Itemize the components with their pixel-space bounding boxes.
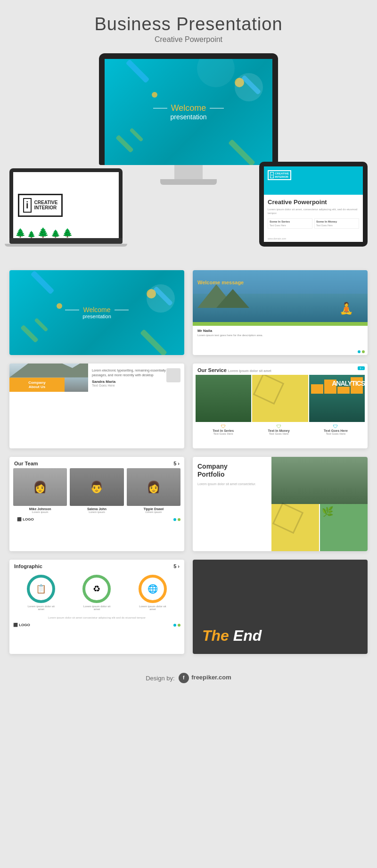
tree-row: 🌲 🌲 🌲 🌲 🌲 xyxy=(13,224,119,238)
service-footer-item-1: 🛡 Text In Series Text Goes Here xyxy=(213,424,234,435)
mr-naila-desc: Lorem ipsum text goes here for the descr… xyxy=(197,334,363,337)
tablet-main-content: Creative Powerpoint Lorem ipsum dolor si… xyxy=(264,195,363,232)
service-heading: Our Service xyxy=(197,367,227,373)
infographic-item-2: ♻ Lorem ipsum dolor sit amet xyxy=(80,575,113,611)
monitor-stand-base xyxy=(160,179,217,185)
service-img-3: ANALYTICS xyxy=(309,375,365,422)
mr-naila: Mr Naila xyxy=(197,329,363,333)
service-footer-item-3: 🛡 Text Goes Here Text Goes Here xyxy=(324,424,348,435)
team-name-3: Tippie Dsawl xyxy=(127,507,180,511)
team-slide-num: 5 › xyxy=(173,461,180,466)
service-header: Our Service Lorem ipsum dolor sit amet xyxy=(193,364,368,375)
service-img-2 xyxy=(252,375,308,422)
slide-dots xyxy=(358,350,365,353)
circle-chart-2: ♻ xyxy=(82,575,111,603)
slide-thumb-infographic: Infographic 5 › 📋 Lorem ipsum dolor sit … xyxy=(9,560,184,654)
tablet-heading: Creative Powerpoint xyxy=(268,198,359,206)
forest-bg xyxy=(271,457,368,504)
footer: Design by: f freepiker.com xyxy=(9,663,368,688)
about-right: Lorem electronic typesetting, remaining … xyxy=(88,364,184,392)
tablet-right: i CREATIVE INTERIOR Creative Powerpoint xyxy=(259,162,368,247)
tablet-slide-content: i CREATIVE INTERIOR Creative Powerpoint xyxy=(264,166,363,242)
infographic-body: Lorem ipsum dolor sit amet consectetur a… xyxy=(9,614,184,621)
monitor-screen: Welcome presentation xyxy=(105,59,272,165)
bar-3 xyxy=(337,387,350,394)
tablet-card-1-title: Some In Series xyxy=(270,220,311,223)
end-text: The End xyxy=(202,627,262,645)
footer-logo: Design by: f freepiker.com xyxy=(146,673,231,683)
msg-welcome-text: Welcome message xyxy=(197,280,244,285)
infographic-dot-2 xyxy=(178,624,180,627)
slide-message-img: Welcome message 🧘 xyxy=(193,270,368,322)
service-footer: 🛡 Text In Series Text Goes Here 🛡 Text I… xyxy=(193,422,368,437)
tablet-card-1-text: Text Goes Here xyxy=(270,224,311,227)
thumb-diag-1 xyxy=(31,271,55,295)
thumb-diag-3 xyxy=(34,318,48,332)
tablet-card-1: Some In Series Text Goes Here xyxy=(268,218,312,229)
infographic-header: Infographic 5 › xyxy=(9,560,184,571)
service-footer-label-3: Text Goes Here xyxy=(324,429,348,432)
portfolio-left: CompanyPortfolio Lorem ipsum dolor sit a… xyxy=(193,457,271,551)
team-dot-2 xyxy=(178,518,180,521)
circle-2 xyxy=(152,92,157,98)
diagonal-5 xyxy=(228,139,255,165)
slide-thumb-end: The End xyxy=(193,560,368,654)
slide-tag-service: 3 › xyxy=(358,366,365,370)
person-icon: 🧘 xyxy=(339,302,353,315)
creative-logo-box: i CREATIVE INTERIOR xyxy=(18,194,63,217)
freepiker-logo: f freepiker.com xyxy=(179,674,231,681)
slide-thumb-about: CompanyAbout Us Lorem electronic typeset… xyxy=(9,364,184,448)
portfolio-bottom-images: 🌿 xyxy=(271,504,368,551)
shield-icon-3: 🛡 xyxy=(324,424,348,429)
portfolio-right: 🌿 xyxy=(271,457,368,551)
slide-thumb-portfolio: CompanyPortfolio Lorem ipsum dolor sit a… xyxy=(193,457,368,551)
slide-thumb-welcome: Welcome presentation xyxy=(9,270,184,355)
logo-i: i xyxy=(23,198,32,213)
person-2-icon: 👨 xyxy=(70,468,123,506)
laptop-frame: i CREATIVE INTERIOR 🌲 🌲 🌲 🌲 xyxy=(9,168,123,238)
welcome-heading: Welcome xyxy=(171,103,206,113)
service-footer-text-3: Text Goes Here xyxy=(324,432,348,435)
laptop-screen: i CREATIVE INTERIOR 🌲 🌲 🌲 🌲 xyxy=(13,172,119,238)
diagonal-3 xyxy=(129,128,143,142)
team-photo-3: 👩 Tippie Dsawl Lorem ipsum xyxy=(127,468,180,513)
portfolio-content: CompanyPortfolio Lorem ipsum dolor sit a… xyxy=(193,457,368,551)
thumb-circ-2 xyxy=(57,303,62,309)
tablet-logo-text: CREATIVE INTERIOR xyxy=(275,172,289,178)
mountain-silhouette xyxy=(9,364,88,378)
team-role-1: Lorem ipsum xyxy=(13,511,67,513)
about-orange-box: CompanyAbout Us xyxy=(9,378,65,392)
welcome-text-monitor: Welcome presentation xyxy=(153,103,224,121)
tablet-top-bar: i CREATIVE INTERIOR xyxy=(264,166,363,195)
infographic-dot-1 xyxy=(173,624,176,627)
team-name-1: Mike Johnson xyxy=(13,507,67,511)
team-dot-1 xyxy=(173,518,176,521)
page-subtitle: Creative Powerpoint xyxy=(9,35,368,44)
dot-2 xyxy=(362,350,365,353)
page-title: Business Presentation xyxy=(9,14,368,34)
thumb-diag-2 xyxy=(20,325,39,343)
infographic-slide-num: 5 › xyxy=(173,563,180,569)
slide-thumb-team: Our Team 5 › 👩 Mike Johnson Lorem ipsum … xyxy=(9,457,184,551)
team-photos: 👩 Mike Johnson Lorem ipsum 👨 Salena John… xyxy=(9,468,184,513)
team-photo-img-3: 👩 xyxy=(127,468,180,506)
geo-shape-yellow xyxy=(253,375,284,405)
team-dots xyxy=(173,518,180,521)
portfolio-plant: 🌿 xyxy=(320,504,368,551)
service-footer-item-2: 🛡 Text In Money Text Goes Here xyxy=(268,424,290,435)
green-bar xyxy=(193,322,368,326)
about-content: CompanyAbout Us Lorem electronic typeset… xyxy=(9,364,184,392)
diagonal-1 xyxy=(126,59,150,83)
team-heading: Our Team xyxy=(14,461,38,466)
logo-text: CREATIVE INTERIOR xyxy=(34,200,58,210)
thumb-diag-5 xyxy=(140,329,167,355)
page-wrapper: Business Presentation Creative Powerpoin… xyxy=(9,0,368,697)
service-subtext: Lorem ipsum dolor sit amet xyxy=(228,369,271,372)
monitor-stand-neck xyxy=(174,165,203,179)
person-3-icon: 👩 xyxy=(127,468,180,506)
about-person-title: Text Goes Here xyxy=(92,384,180,387)
portfolio-heading: CompanyPortfolio xyxy=(197,463,267,479)
tablet-card-2: Some In Money Text Goes Here xyxy=(314,218,359,229)
laptop-left: i CREATIVE INTERIOR 🌲 🌲 🌲 🌲 xyxy=(9,168,127,247)
team-name-2: Salena John xyxy=(70,507,123,511)
